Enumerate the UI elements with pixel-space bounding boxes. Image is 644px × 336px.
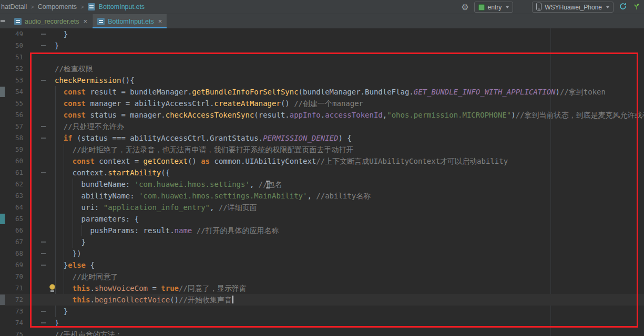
code-line[interactable]: 60 const context = getContext() as commo… xyxy=(0,155,644,167)
code-line[interactable]: 69 }else { xyxy=(0,259,644,271)
code-line[interactable]: 54 const result = bundleManager.getBundl… xyxy=(0,86,644,98)
code-line[interactable]: 56 const status = manager.checkAccessTok… xyxy=(0,109,644,121)
code-line-text[interactable]: //此时拒绝了，无法录音，也无法再申请，我们要打开系统的权限配置页面去手动打开 xyxy=(49,144,644,155)
fold-marker-icon[interactable] xyxy=(41,253,46,254)
code-line-text[interactable]: } xyxy=(49,28,644,40)
code-token: common.UIAbilityContext xyxy=(210,157,316,165)
close-icon[interactable]: × xyxy=(158,17,162,25)
code-line-text[interactable]: const manager = abilityAccessCtrl.create… xyxy=(49,98,644,109)
gutter-fold-column xyxy=(25,317,49,329)
code-line[interactable]: 51 xyxy=(0,51,644,63)
code-line-text[interactable]: } xyxy=(49,236,644,248)
code-token: } xyxy=(55,261,68,269)
code-line-text[interactable]: } xyxy=(49,306,644,317)
code-line-text[interactable]: parameters: { xyxy=(49,213,644,225)
code-token xyxy=(55,111,64,119)
code-line[interactable]: 65 parameters: { xyxy=(0,213,644,225)
sync-icon[interactable] xyxy=(619,2,627,13)
code-line-text[interactable]: const context = getContext() as common.U… xyxy=(49,155,644,167)
code-line[interactable]: 59 //此时拒绝了，无法录音，也无法再申请，我们要打开系统的权限配置页面去手动… xyxy=(0,144,644,155)
code-line[interactable]: 63 abilityName: 'com.huawei.hmos.setting… xyxy=(0,190,644,202)
fold-marker-icon[interactable] xyxy=(41,80,46,81)
code-line[interactable]: 57 //只处理不允许办 xyxy=(0,121,644,132)
code-token: "ohos.permission.MICROPHONE" xyxy=(387,111,511,119)
code-editor[interactable]: 49 }50}5152//检查权限53checkPermission(){54 … xyxy=(0,28,644,336)
device-selector[interactable]: WSYHuawei_Phone xyxy=(532,2,614,13)
code-lines: 49 }50}5152//检查权限53checkPermission(){54 … xyxy=(0,28,644,336)
editor-tab[interactable]: audio_recorder.ets× xyxy=(9,14,93,28)
code-line[interactable]: 72 this.beginCollectVoice()//开始收集声音 xyxy=(0,294,644,306)
seedling-icon[interactable] xyxy=(632,2,641,13)
close-icon[interactable]: × xyxy=(84,17,88,25)
fold-marker-icon[interactable] xyxy=(41,126,46,127)
tool-window-dash-icon[interactable] xyxy=(1,20,5,22)
code-line[interactable]: 50} xyxy=(0,40,644,51)
code-line-text[interactable]: context.startAbility({ xyxy=(49,167,644,178)
fold-marker-icon[interactable] xyxy=(41,242,46,243)
code-line[interactable]: 53checkPermission(){ xyxy=(0,75,644,86)
gear-icon[interactable]: ⚙ xyxy=(461,3,468,12)
code-line[interactable]: 70 //此时同意了 xyxy=(0,271,644,282)
text-caret xyxy=(232,296,233,303)
line-number: 53 xyxy=(0,75,25,86)
code-line[interactable]: 66 pushParams: result.name //打开的具体的应用名称 xyxy=(0,225,644,236)
code-line-text[interactable]: //只处理不允许办 xyxy=(49,121,644,132)
gutter-fold-column xyxy=(25,190,49,202)
code-line[interactable]: 67 } xyxy=(0,236,644,248)
fold-marker-icon[interactable] xyxy=(41,311,46,312)
fold-marker-icon[interactable] xyxy=(41,322,46,323)
code-token: //此时同意了 xyxy=(73,272,118,281)
fold-marker-icon[interactable] xyxy=(41,45,46,46)
fold-marker-icon[interactable] xyxy=(41,138,46,139)
breadcrumb-separator: > xyxy=(80,4,84,10)
code-line[interactable]: 55 const manager = abilityAccessCtrl.cre… xyxy=(0,98,644,109)
code-line[interactable]: 64 uri: "application_info_entry", //详细页面 xyxy=(0,202,644,213)
code-token: this xyxy=(73,296,90,304)
breadcrumb-item[interactable]: BottomInput.ets xyxy=(99,3,145,10)
code-token xyxy=(55,272,73,281)
code-line-text[interactable]: if (status === abilityAccessCtrl.GrantSt… xyxy=(49,132,644,144)
code-line-text[interactable]: }) xyxy=(49,248,644,259)
code-line-text[interactable]: const result = bundleManager.getBundleIn… xyxy=(49,86,644,98)
code-line[interactable]: 74} xyxy=(0,317,644,329)
gutter-fold-column xyxy=(25,306,49,317)
code-line-text[interactable]: pushParams: result.name //打开的具体的应用名称 xyxy=(49,225,644,236)
code-line-text[interactable]: //此时同意了 xyxy=(49,271,644,282)
code-line-text[interactable]: this.beginCollectVoice()//开始收集声音 xyxy=(49,294,644,306)
code-line-text[interactable] xyxy=(49,51,644,63)
breadcrumb-item[interactable]: hatDetail xyxy=(1,3,27,10)
code-token: (status === abilityAccessCtrl.GrantStatu… xyxy=(73,134,263,142)
code-line-text[interactable]: }else { xyxy=(49,259,644,271)
code-line[interactable]: 71 this.showVoiceCom = true//同意了，显示弹窗 xyxy=(0,282,644,294)
fold-marker-icon[interactable] xyxy=(41,172,46,173)
fold-marker-icon[interactable] xyxy=(41,265,46,266)
code-line[interactable]: 75//手机声音的方法： xyxy=(0,329,644,336)
lightbulb-icon[interactable] xyxy=(49,284,56,292)
code-line-text[interactable]: this.showVoiceCom = true//同意了，显示弹窗 xyxy=(49,282,644,294)
code-line[interactable]: 52//检查权限 xyxy=(0,63,644,75)
code-line[interactable]: 73 } xyxy=(0,306,644,317)
line-number: 49 xyxy=(0,28,25,40)
code-line-text[interactable]: checkPermission(){ xyxy=(49,75,644,86)
code-line[interactable]: 58 if (status === abilityAccessCtrl.Gran… xyxy=(0,132,644,144)
gutter-fold-column xyxy=(25,294,49,306)
code-line[interactable]: 62 bundleName: 'com.huawei.hmos.settings… xyxy=(0,178,644,190)
code-line-text[interactable]: uri: "application_info_entry", //详细页面 xyxy=(49,202,644,213)
gutter-fold-column xyxy=(25,248,49,259)
code-line-text[interactable]: //检查权限 xyxy=(49,63,644,75)
gutter-fold-column xyxy=(25,213,49,225)
code-line-text[interactable]: abilityName: 'com.huawei.hmos.settings.M… xyxy=(49,190,644,202)
code-line-text[interactable]: } xyxy=(49,40,644,51)
code-line-text[interactable]: //手机声音的方法： xyxy=(49,329,644,336)
editor-tab[interactable]: BottomInput.ets× xyxy=(93,14,167,28)
module-selector[interactable]: entry xyxy=(474,2,514,13)
breadcrumb-item[interactable]: Compoments xyxy=(38,3,77,10)
code-line[interactable]: 61 context.startAbility({ xyxy=(0,167,644,178)
fold-marker-icon[interactable] xyxy=(41,34,46,35)
code-line-text[interactable]: const status = manager.checkAccessTokenS… xyxy=(49,109,644,121)
code-line-text[interactable]: bundleName: 'com.huawei.hmos.settings', … xyxy=(49,178,644,190)
code-line[interactable]: 49 } xyxy=(0,28,644,40)
code-token: //拿到当前状态，到底是麦克风允许或者不允许 xyxy=(516,111,644,119)
code-line[interactable]: 68 }) xyxy=(0,248,644,259)
code-line-text[interactable]: } xyxy=(49,317,644,329)
